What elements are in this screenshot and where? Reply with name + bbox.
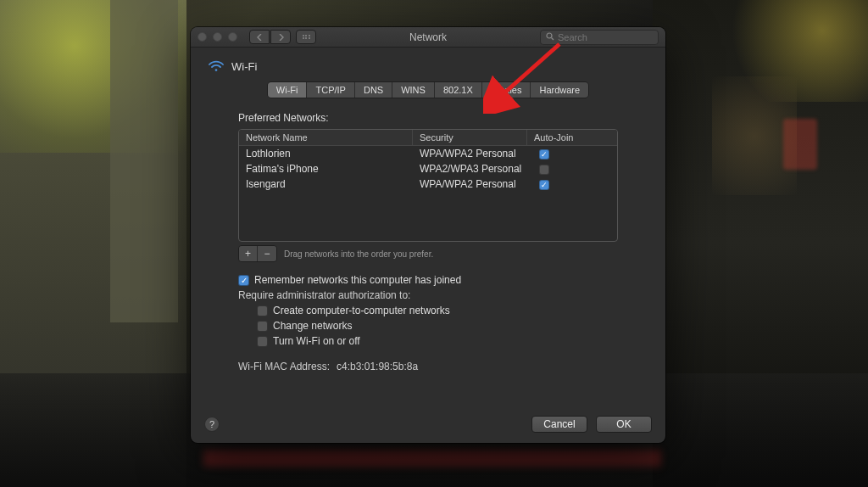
cancel-button[interactable]: Cancel (531, 416, 587, 433)
auth-option-checkbox[interactable]: ✓ (257, 321, 268, 332)
auth-option-checkbox[interactable]: ✓ (257, 305, 268, 316)
network-autojoin-cell: ✓ (527, 148, 617, 160)
search-icon (546, 32, 554, 42)
table-row[interactable]: LothlorienWPA/WPA2 Personal✓ (239, 146, 617, 161)
help-button[interactable]: ? (204, 417, 220, 432)
tab-hardware[interactable]: Hardware (531, 82, 588, 98)
back-button[interactable] (249, 30, 270, 44)
mac-address-label: Wi-Fi MAC Address: (238, 361, 330, 372)
add-network-button[interactable]: + (239, 246, 258, 261)
wifi-icon (208, 59, 225, 73)
tab-dns[interactable]: DNS (355, 82, 392, 98)
help-icon: ? (209, 419, 214, 429)
autojoin-checkbox[interactable]: ✓ (539, 149, 549, 160)
remember-networks-row[interactable]: ✓ Remember networks this computer has jo… (238, 274, 618, 286)
grid-icon (303, 35, 310, 40)
mac-address-value: c4:b3:01:98:5b:8a (337, 361, 418, 372)
network-autojoin-cell: ✓ (527, 178, 617, 190)
auth-option-label: Turn Wi-Fi on or off (273, 335, 360, 347)
auth-option-label: Create computer-to-computer networks (273, 305, 450, 316)
titlebar: Network (191, 27, 665, 48)
tab-wins[interactable]: WINS (392, 82, 435, 98)
autojoin-checkbox[interactable]: ✓ (539, 180, 549, 190)
network-name-cell: Fatima's iPhone (239, 163, 413, 175)
content-area: Wi-Fi Wi-FiTCP/IPDNSWINS802.1XProxiesHar… (191, 48, 665, 407)
table-header: Network Name Security Auto-Join (239, 130, 617, 146)
auth-option-label: Change networks (273, 320, 352, 332)
drag-hint: Drag networks into the order you prefer. (284, 249, 433, 259)
network-security-cell: WPA/WPA2 Personal (413, 178, 527, 190)
tabbar: Wi-FiTCP/IPDNSWINS802.1XProxiesHardware (267, 81, 589, 98)
window-title: Network (409, 31, 447, 43)
mac-address-row: Wi-Fi MAC Address: c4:b3:01:98:5b:8a (238, 361, 618, 372)
svg-point-0 (547, 33, 552, 38)
pane-title: Wi-Fi (231, 60, 257, 73)
col-network-name[interactable]: Network Name (239, 130, 413, 145)
zoom-window[interactable] (228, 32, 237, 42)
autojoin-checkbox[interactable]: ✓ (539, 165, 549, 175)
network-autojoin-cell: ✓ (527, 163, 617, 175)
tab-wi-fi[interactable]: Wi-Fi (268, 82, 308, 98)
table-body[interactable]: LothlorienWPA/WPA2 Personal✓Fatima's iPh… (239, 146, 617, 241)
require-auth-label: Require administrator authorization to: (238, 289, 618, 301)
svg-line-1 (552, 37, 554, 40)
pane-header: Wi-Fi (208, 59, 652, 73)
table-footer: + − Drag networks into the order you pre… (238, 245, 618, 262)
ok-button[interactable]: OK (596, 416, 652, 433)
auth-option-row[interactable]: ✓Create computer-to-computer networks (257, 305, 618, 316)
chevron-right-icon (278, 34, 284, 41)
network-name-cell: Isengard (239, 178, 413, 190)
network-security-cell: WPA2/WPA3 Personal (413, 163, 527, 175)
table-row[interactable]: Fatima's iPhoneWPA2/WPA3 Personal✓ (239, 161, 617, 176)
search-input[interactable] (558, 32, 653, 42)
titlebar-search[interactable] (540, 30, 659, 45)
col-security[interactable]: Security (413, 130, 527, 145)
preferred-networks-label: Preferred Networks: (238, 112, 652, 124)
preferred-networks-table: Network Name Security Auto-Join Lothlori… (238, 129, 618, 242)
remember-networks-label: Remember networks this computer has join… (254, 274, 461, 286)
close-window[interactable] (198, 32, 207, 42)
network-security-cell: WPA/WPA2 Personal (413, 148, 527, 160)
add-remove-buttons: + − (238, 245, 277, 262)
tab-802-1x[interactable]: 802.1X (435, 82, 482, 98)
checkmark-icon: ✓ (541, 181, 548, 189)
tab-tcp-ip[interactable]: TCP/IP (307, 82, 354, 98)
network-name-cell: Lothlorien (239, 148, 413, 160)
auth-option-checkbox[interactable]: ✓ (257, 336, 268, 347)
tab-proxies[interactable]: Proxies (482, 82, 531, 98)
table-row[interactable]: IsengardWPA/WPA2 Personal✓ (239, 176, 617, 192)
remove-network-button[interactable]: − (258, 246, 276, 261)
show-all-button[interactable] (296, 30, 316, 44)
checkmark-icon: ✓ (541, 150, 548, 159)
preferences-window: Network Wi-Fi Wi-FiTCP/IPDNSWINS802.1XPr… (191, 27, 665, 443)
nav-buttons (249, 30, 291, 44)
auth-option-row[interactable]: ✓Change networks (257, 320, 618, 332)
forward-button[interactable] (270, 30, 291, 44)
remember-networks-checkbox[interactable]: ✓ (238, 275, 249, 286)
traffic-lights (198, 32, 237, 42)
footer: ? Cancel OK (191, 407, 665, 443)
col-autojoin[interactable]: Auto-Join (527, 130, 617, 145)
minimize-window[interactable] (213, 32, 222, 42)
options-area: ✓ Remember networks this computer has jo… (238, 274, 618, 350)
chevron-left-icon (257, 34, 263, 41)
auth-option-row[interactable]: ✓Turn Wi-Fi on or off (257, 335, 618, 347)
